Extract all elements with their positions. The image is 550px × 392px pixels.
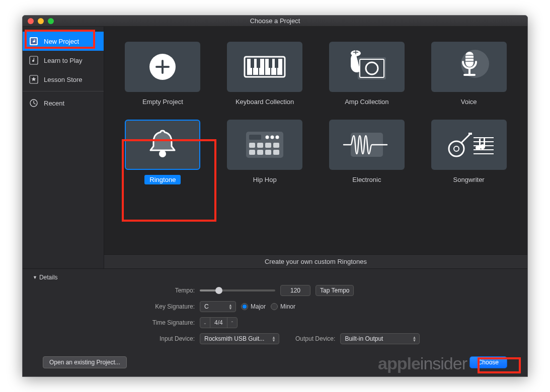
key-select[interactable]: C ▲▼: [200, 301, 236, 312]
svg-point-39: [454, 146, 459, 151]
tap-tempo-button[interactable]: Tap Tempo: [316, 285, 354, 296]
template-label: Empty Project: [137, 97, 188, 107]
details-header-label: Details: [39, 274, 58, 281]
svg-rect-36: [273, 150, 279, 155]
time-signature-stepper[interactable]: ⌄ 4/4 ⌃: [200, 317, 238, 328]
bottom-bar: Open an existing Project... appleinsider…: [33, 349, 517, 376]
sidebar-divider: [23, 91, 104, 91]
major-radio[interactable]: Major: [241, 303, 266, 310]
template-thumb: [125, 120, 200, 170]
sidebar-item-label: Learn to Play: [44, 57, 83, 64]
template-thumb: [431, 42, 507, 92]
template-hip-hop[interactable]: Hip Hop: [221, 120, 308, 184]
tempo-slider[interactable]: [200, 289, 275, 291]
output-device-select[interactable]: Built-in Output ▲▼: [340, 333, 420, 344]
svg-rect-30: [257, 143, 263, 148]
svg-rect-33: [249, 150, 255, 155]
template-label: Amp Collection: [340, 97, 394, 107]
microphone-icon: [449, 47, 489, 87]
svg-point-26: [266, 136, 269, 139]
template-thumb: [431, 120, 507, 170]
close-icon[interactable]: [28, 18, 34, 24]
template-ringtone[interactable]: Ringtone: [119, 120, 206, 184]
chevron-updown-icon: ▲▼: [228, 304, 232, 310]
chevron-up-icon[interactable]: ⌃: [227, 319, 237, 327]
sidebar-item-lesson-store[interactable]: Lesson Store: [23, 70, 104, 89]
template-thumb: [125, 42, 200, 92]
sidebar-item-label: Lesson Store: [44, 76, 83, 83]
svg-point-28: [276, 136, 279, 139]
svg-rect-29: [249, 143, 255, 148]
template-thumb: [227, 120, 302, 170]
svg-rect-22: [465, 52, 474, 67]
guitar-notes-icon: [441, 129, 497, 161]
traffic-lights: [23, 18, 54, 24]
key-signature-row: Key Signature: C ▲▼ Major Minor: [33, 301, 517, 312]
svg-rect-14: [257, 59, 260, 68]
svg-rect-35: [265, 150, 271, 155]
music-app-icon: [29, 36, 39, 46]
tempo-value[interactable]: 120: [280, 285, 310, 296]
svg-rect-25: [249, 135, 261, 140]
maximize-icon[interactable]: [48, 18, 54, 24]
svg-rect-40: [468, 133, 472, 135]
chevron-down-icon[interactable]: ⌄: [200, 319, 210, 327]
waveform-icon: [342, 130, 392, 160]
template-label: Hip Hop: [248, 175, 282, 184]
template-label: Songwriter: [448, 175, 490, 184]
output-device-label: Output Device:: [295, 335, 335, 342]
drum-machine-icon: [242, 129, 287, 161]
template-songwriter[interactable]: Songwriter: [425, 120, 512, 184]
template-empty-project[interactable]: Empty Project: [119, 42, 206, 107]
star-icon: [29, 74, 39, 84]
template-grid: Empty Project Keyboard Collection Amp Co…: [104, 27, 527, 254]
tempo-label: Tempo:: [33, 287, 200, 294]
sidebar-item-learn-to-play[interactable]: Learn to Play: [23, 51, 104, 70]
details-disclosure[interactable]: Details: [33, 274, 517, 281]
chevron-updown-icon: ▲▼: [272, 336, 276, 342]
template-keyboard-collection[interactable]: Keyboard Collection: [221, 42, 308, 107]
template-amp-collection[interactable]: Amp Collection: [324, 42, 411, 107]
sidebar-item-recent[interactable]: Recent: [23, 93, 104, 113]
key-signature-label: Key Signature:: [33, 303, 200, 310]
template-thumb: [329, 42, 405, 92]
template-electronic[interactable]: Electronic: [324, 120, 411, 184]
sidebar: New Project Learn to Play Lesson Store R: [23, 27, 104, 268]
time-signature-row: Time Signature: ⌄ 4/4 ⌃: [33, 317, 517, 328]
input-device-select[interactable]: Rocksmith USB Guit... ▲▼: [200, 333, 279, 344]
amp-icon: [342, 49, 392, 84]
template-thumb: [227, 42, 302, 92]
template-voice[interactable]: Voice: [425, 42, 512, 107]
details-panel: Details Tempo: 120 Tap Tempo Key Signatu…: [23, 268, 527, 376]
sidebar-item-label: Recent: [44, 100, 64, 107]
plus-icon: [147, 52, 178, 82]
sidebar-item-label: New Project: [44, 38, 79, 45]
svg-rect-13: [251, 59, 254, 68]
template-label: Keyboard Collection: [230, 97, 299, 107]
window-title: Choose a Project: [23, 17, 527, 25]
open-existing-project-button[interactable]: Open an existing Project...: [43, 356, 127, 368]
svg-rect-34: [257, 150, 263, 155]
minimize-icon[interactable]: [38, 18, 44, 24]
svg-rect-32: [273, 143, 279, 148]
template-label: Voice: [456, 97, 482, 107]
bell-icon: [142, 125, 183, 165]
watermark: appleinsider: [378, 354, 467, 373]
template-description: Create your own custom Ringtones: [104, 254, 527, 268]
svg-rect-16: [275, 59, 278, 68]
minor-radio[interactable]: Minor: [271, 303, 295, 310]
svg-point-27: [271, 136, 274, 139]
time-signature-label: Time Signature:: [33, 319, 200, 326]
input-device-label: Input Device:: [33, 335, 200, 342]
svg-rect-31: [265, 143, 271, 148]
svg-point-23: [159, 150, 166, 157]
tempo-row: Tempo: 120 Tap Tempo: [33, 285, 517, 296]
project-chooser-window: Choose a Project New Project Learn to Pl…: [22, 15, 528, 377]
template-thumb: [329, 120, 405, 170]
template-label: Ringtone: [144, 175, 181, 184]
device-row: Input Device: Rocksmith USB Guit... ▲▼ O…: [33, 333, 517, 344]
sidebar-item-new-project[interactable]: New Project: [23, 32, 104, 51]
choose-button[interactable]: Choose: [469, 356, 507, 368]
keyboard-icon: [242, 52, 287, 82]
main-panel: Empty Project Keyboard Collection Amp Co…: [104, 27, 527, 268]
